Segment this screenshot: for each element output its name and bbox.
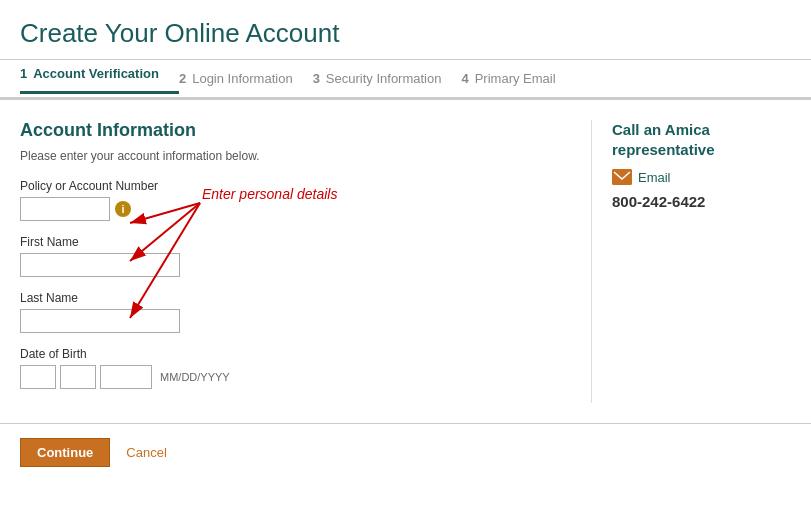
footer-bar: Continue Cancel <box>0 423 811 481</box>
email-icon <box>612 169 632 185</box>
dob-format: MM/DD/YYYY <box>160 371 230 383</box>
left-panel: Account Information Please enter your ac… <box>20 120 551 403</box>
dob-yyyy-input[interactable] <box>100 365 152 389</box>
content-area: Account Information Please enter your ac… <box>0 100 811 423</box>
dob-group: Date of Birth MM/DD/YYYY <box>20 347 551 389</box>
page-title: Create Your Online Account <box>20 18 791 49</box>
step-4[interactable]: 4 Primary Email <box>461 71 575 86</box>
call-title: Call an Amica representative <box>612 120 791 159</box>
steps-bar: 1 Account Verification 2 Login Informati… <box>0 60 811 100</box>
cancel-button[interactable]: Cancel <box>126 445 166 460</box>
step-3[interactable]: 3 Security Information <box>313 71 462 86</box>
dob-mm-input[interactable] <box>20 365 56 389</box>
dob-label: Date of Birth <box>20 347 551 361</box>
step-2[interactable]: 2 Login Information <box>179 71 313 86</box>
policy-input[interactable] <box>20 197 110 221</box>
svg-text:Enter personal details: Enter personal details <box>202 186 337 202</box>
step-1-number: 1 <box>20 66 27 81</box>
svg-rect-5 <box>612 169 632 185</box>
step-3-label: Security Information <box>326 71 442 86</box>
step-2-label: Login Information <box>192 71 292 86</box>
step-2-number: 2 <box>179 71 186 86</box>
phone-number: 800-242-6422 <box>612 193 791 210</box>
email-label: Email <box>638 170 671 185</box>
right-panel: Call an Amica representative Email 800-2… <box>591 120 791 403</box>
step-1-label: Account Verification <box>33 66 159 81</box>
continue-button[interactable]: Continue <box>20 438 110 467</box>
page-header: Create Your Online Account <box>0 0 811 60</box>
step-4-number: 4 <box>461 71 468 86</box>
annotation-arrows: Enter personal details <box>120 113 520 333</box>
svg-line-2 <box>130 203 200 261</box>
email-link[interactable]: Email <box>612 169 791 185</box>
dob-row: MM/DD/YYYY <box>20 365 551 389</box>
step-4-label: Primary Email <box>475 71 556 86</box>
dob-dd-input[interactable] <box>60 365 96 389</box>
step-1[interactable]: 1 Account Verification <box>20 66 179 94</box>
step-3-number: 3 <box>313 71 320 86</box>
